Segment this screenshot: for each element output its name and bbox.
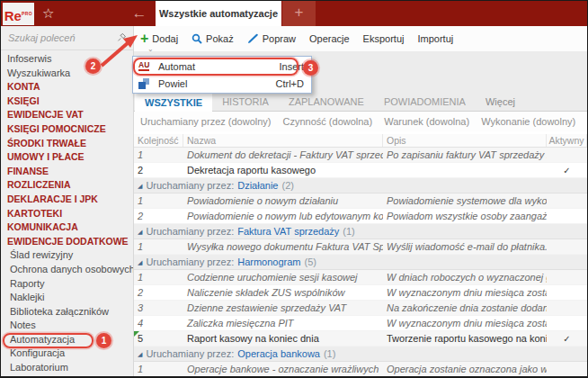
automation-row[interactable]: 2Naliczenie składek ZUS wspólnikówW wyzn… [134,285,587,301]
sidebar-item-notes[interactable]: Notes [1,319,133,333]
back-arrow-icon[interactable]: ← [125,3,154,24]
cell-order: 1 [134,362,183,376]
automation-grid: KolejnośćNazwaOpisAktywny 1Dokument do d… [134,134,587,376]
tab-historia[interactable]: HISTORIA [212,91,279,111]
tab-więcej[interactable]: Więcej [476,91,525,111]
cell-order: 2 [134,163,183,177]
filter-wykonanie[interactable]: Wykonanie (dowolny) [481,116,575,127]
group-name: Faktura VAT sprzedaży [237,226,339,237]
sidebar-item-księgi[interactable]: KSIĘGI [1,94,133,109]
pencil-icon [247,33,259,44]
sidebar-item-infoserwis[interactable]: Infoserwis [1,52,133,67]
window-tab-all-automations[interactable]: Wszystkie automatyzacje [156,1,281,26]
automation-row[interactable]: 2Dekretacja raportu kasowego✓ [134,163,587,178]
favorites-star-icon[interactable]: ☆ [42,4,54,22]
annotation-step-1: 1 [96,333,111,348]
tab-powiadomienia[interactable]: POWIADOMIENIA [374,91,476,111]
pin-icon[interactable] [117,32,127,42]
filter-warunek[interactable]: Warunek (dowolna) [384,116,469,127]
group-prefix: Uruchamiany przez: [146,348,234,359]
automation-row[interactable]: 1Codzienne uruchomienie sesji kasowejW d… [134,270,587,285]
toolbar-button-importuj[interactable]: Importuj [417,33,453,44]
sidebar-item-finanse[interactable]: FINANSE [1,165,133,179]
sidebar-item-ewidencje-vat[interactable]: EWIDENCJE VAT [1,108,133,122]
menu-item-powiel[interactable]: PowielCtrl+D [133,75,311,92]
group-expander-icon[interactable]: ◢ [138,259,142,266]
cell-description: W dniach roboczych o wyznaczonej g... [383,270,547,284]
sidebar-item-konfiguracja[interactable]: Konfiguracja [1,346,133,361]
toolbar-button-eksportuj[interactable]: Eksportuj [363,33,405,44]
group-count: (1) [343,226,354,237]
sidebar-item-księgi-pomocnicze[interactable]: KSIĘGI POMOCNICZE [1,122,133,137]
group-count: (1) [324,348,335,359]
sidebar-item-laboratorium[interactable]: Laboratorium [1,361,133,375]
automation-row[interactable]: 1Wysyłka nowego dokumentu Faktura VAT Sp… [134,239,587,255]
command-search-input[interactable]: Szukaj poleceń [1,26,133,50]
group-expander-icon[interactable]: ◢ [138,229,142,235]
toolbar-button-popraw[interactable]: Popraw [247,33,296,44]
sidebar-item-raporty[interactable]: Raporty [1,277,133,292]
menu-item-shortcut: Ctrl+D [276,78,304,89]
sidebar-item-biblioteka-załączników[interactable]: Biblioteka załączników [1,305,133,320]
sidebar: Szukaj poleceń InfoserwisWyszukiwarkaKON… [1,26,134,376]
cell-description: Na zakończenie dnia zostanie dodane... [383,301,547,315]
cell-name: Codzienne uruchomienie sesji kasowej [183,270,383,284]
group-expander-icon[interactable]: ◢ [138,183,142,189]
group-header-działanie[interactable]: ◢Uruchamiany przez:Działanie(2) [134,178,587,194]
toolbar-button-pokaż[interactable]: Pokaż [192,33,234,44]
new-tab-button[interactable]: + [282,1,316,26]
cell-active [547,194,587,208]
sidebar-item-naklejki[interactable]: Naklejki [1,291,133,305]
view-tabs: WSZYSTKIEHISTORIAZAPLANOWANEPOWIADOMIENI… [134,91,587,112]
cell-name: Wysyłka nowego dokumentu Faktura VAT Spr… [183,239,383,254]
cell-order: 1 [134,270,183,284]
toolbar-button-label: Dodaj [152,33,178,44]
cell-active [547,148,587,162]
group-expander-icon[interactable]: ◢ [138,351,142,357]
filter-bar: Uruchamiany przez (dowolny)Czynność (dow… [134,112,587,131]
automation-row[interactable]: 1Operacje bankowe - oznaczanie wrażliwyc… [134,362,587,376]
group-name: Operacja bankowa [237,348,320,359]
toolbar-button-dodaj[interactable]: +Dodaj [140,32,178,45]
column-header-nazwa[interactable]: Nazwa [183,134,383,147]
column-header-kolejność[interactable]: Kolejność [134,134,183,147]
cell-name: Powiadomienie o nowym działaniu [183,194,383,208]
automation-row[interactable]: 4Zaliczka miesięczna PITW wyznaczonym dn… [134,316,587,331]
cell-order: 2 [134,285,183,300]
group-header-harmonogram[interactable]: ◢Uruchamiany przez:Harmonogram(5) [134,255,587,270]
automation-row[interactable]: 3Dzienne zestawienie sprzedaży VATNa zak… [134,301,587,316]
sidebar-item-deklaracje-i-jpk[interactable]: DEKLARACJE I JPK [1,193,133,207]
filter-uruchamiany[interactable]: Uruchamiany przez (dowolny) [140,116,272,127]
automation-row[interactable]: 5Raport kasowy na koniec dniaTworzenie r… [134,331,587,346]
filter-czynność[interactable]: Czynność (dowolna) [283,116,373,127]
automation-row[interactable]: 1Dokument do dekretacji - Faktury VAT sp… [134,148,587,163]
cell-order: 2 [134,209,183,223]
tab-wszystkie[interactable]: WSZYSTKIE [135,91,212,112]
sidebar-item-umowy-i-płace[interactable]: UMOWY I PŁACE [1,150,133,165]
automation-row[interactable]: 2Powiadomienie o nowym lub edytowanym ko… [134,209,587,224]
sidebar-item-środki-trwałe[interactable]: ŚRODKI TRWAŁE [1,137,133,151]
automation-row[interactable]: 1Powiadomienie o nowym działaniuPowiadom… [134,194,587,209]
cell-description: Operacja zostanie oznaczona jako wr... [383,362,547,376]
cell-name: Zaliczka miesięczna PIT [183,316,383,330]
sidebar-item-konta[interactable]: KONTA [1,80,133,94]
group-header-operacja-bankowa[interactable]: ◢Uruchamiany przez:Operacja bankowa(1) [134,346,587,362]
sidebar-item-wyszukiwarka[interactable]: Wyszukiwarka [1,67,133,81]
sidebar-item-ewidencje-dodatkowe[interactable]: EWIDENCJE DODATKOWE [1,235,133,249]
sidebar-item-kartoteki[interactable]: KARTOTEKI [1,207,133,221]
sidebar-item-rozliczenia[interactable]: ROZLICZENIA [1,178,133,193]
sidebar-item-komunikacja[interactable]: KOMUNIKACJA [1,220,133,235]
sidebar-item-ślad-rewizyjny[interactable]: Ślad rewizyjny [1,248,133,263]
column-header-aktywny[interactable]: Aktywny [547,134,587,147]
cell-description [383,163,547,177]
group-count: (2) [281,180,293,191]
column-header-opis[interactable]: Opis [383,134,547,147]
toolbar-button-operacje[interactable]: Operacje [309,33,350,44]
cell-active [547,239,587,254]
sidebar-item-ochrona-danych-osobowych[interactable]: Ochrona danych osobowych [1,263,133,277]
menu-item-label: Powiel [158,78,276,89]
tab-zaplanowane[interactable]: ZAPLANOWANE [279,91,374,111]
app-logo-text: Re [4,8,22,23]
sidebar-nav: InfoserwisWyszukiwarkaKONTAKSIĘGIEWIDENC… [1,50,133,375]
group-header-faktura-vat-sprzedaży[interactable]: ◢Uruchamiany przez:Faktura VAT sprzedaży… [134,224,587,239]
